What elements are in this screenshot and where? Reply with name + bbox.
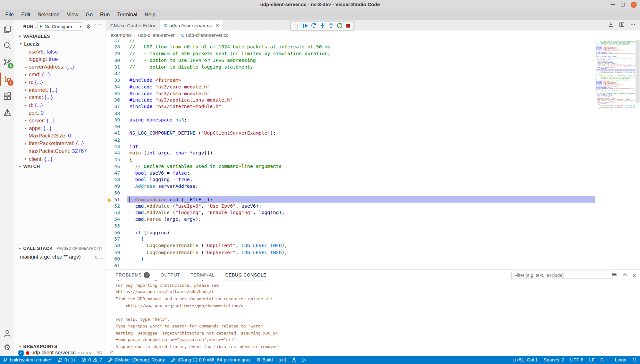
code-line[interactable]: 61 bbox=[106, 262, 640, 269]
status-notifications[interactable] bbox=[629, 356, 640, 364]
breakpoint-item[interactable]: ✓ udp-client-server.cc exampl… 51 bbox=[14, 349, 106, 356]
editor-scrollbar[interactable] bbox=[635, 39, 640, 183]
status-cmake-status[interactable]: CMake: [Debug]: Ready bbox=[105, 356, 168, 364]
output-lines-icon[interactable] bbox=[611, 272, 617, 279]
code-line[interactable]: 40 bbox=[106, 123, 640, 130]
breadcrumb-item[interactable]: udp-client-server bbox=[138, 32, 175, 38]
breakpoints-section-header[interactable]: ▾ BREAKPOINTS bbox=[14, 343, 106, 350]
filter-input[interactable] bbox=[511, 272, 613, 279]
code-line[interactable]: 46 // Declare variables used in command-… bbox=[106, 163, 640, 170]
status-os[interactable]: Linux bbox=[612, 356, 629, 364]
code-line[interactable]: 48 bool logging = true; bbox=[106, 176, 640, 183]
code-line[interactable]: 32 bbox=[106, 70, 640, 77]
panel-tab-output[interactable]: OUTPUT bbox=[161, 269, 180, 280]
console-prompt[interactable]: > bbox=[110, 349, 113, 355]
close-panel-icon[interactable]: × bbox=[633, 272, 636, 278]
code-line[interactable]: 53 cmd.AddValue ("logging", "Enable logg… bbox=[106, 209, 640, 216]
code-line[interactable]: 43int bbox=[106, 143, 640, 150]
extensions-icon[interactable] bbox=[0, 90, 14, 103]
menu-item-help[interactable]: Help bbox=[141, 9, 159, 21]
close-icon[interactable]: × bbox=[631, 1, 637, 7]
menu-item-terminal[interactable]: Terminal bbox=[114, 9, 141, 21]
console-filter[interactable] bbox=[511, 271, 613, 279]
code-line[interactable]: 50 bbox=[106, 189, 640, 196]
code-line[interactable]: 36#include "ns3/applications-module.h" bbox=[106, 97, 640, 104]
more-actions-icon[interactable] bbox=[630, 21, 636, 29]
panel-tab-debug-console[interactable]: DEBUG CONSOLE bbox=[225, 269, 266, 280]
code-line[interactable]: 58 LogComponentEnable ("UdpClient", LOG_… bbox=[106, 243, 640, 250]
status-ctest[interactable] bbox=[289, 356, 299, 364]
code-line[interactable]: 35#include "ns3/csma-module.h" bbox=[106, 90, 640, 97]
source-control-icon[interactable]: 6 bbox=[0, 55, 14, 69]
code-line[interactable]: 39using namespace ns3; bbox=[106, 117, 640, 124]
status-problems[interactable]: 07 bbox=[79, 356, 105, 364]
code-line[interactable]: 60 } bbox=[106, 256, 640, 263]
minimap[interactable]: //// - UDP flow from n0 to n1 of 1024 by… bbox=[596, 39, 635, 129]
status-sync[interactable]: 0↓ 1↑ bbox=[55, 356, 78, 364]
code-line[interactable]: 30// - option to use IPv4 or IPv6 addres… bbox=[106, 57, 640, 64]
settings-gear-icon[interactable]: ⚙ bbox=[0, 341, 14, 354]
variable-row[interactable]: ▸cmd: {...} bbox=[14, 70, 106, 78]
variable-row[interactable]: ▸server: {...} bbox=[14, 117, 106, 124]
code-line[interactable]: 41NS_LOG_COMPONENT_DEFINE ("UdpClientSer… bbox=[106, 130, 640, 137]
variable-row[interactable]: ▸interPacketInterval: {...} bbox=[14, 140, 106, 147]
variable-row[interactable]: logging: true bbox=[14, 55, 106, 63]
start-debug-icon[interactable] bbox=[39, 23, 43, 30]
variables-section-header[interactable]: ▾ VARIABLES bbox=[14, 33, 106, 40]
variable-row[interactable]: maxPacketCount: 32767 bbox=[14, 147, 106, 155]
code-line[interactable]: 57 { bbox=[106, 236, 640, 243]
code-line[interactable]: 45{ bbox=[106, 156, 640, 163]
tab-cmake-cache-editor[interactable]: CMake Cache Editor bbox=[106, 21, 160, 31]
restart-icon[interactable] bbox=[335, 21, 344, 29]
code-line[interactable]: 59 LogComponentEnable ("UdpServer", LOG_… bbox=[106, 249, 640, 256]
status-kit[interactable]: [Clang 12.0.0 x86_64-pc-linux-gnu] bbox=[168, 356, 253, 364]
status-branch[interactable]: buildsystem-cmake* bbox=[0, 356, 55, 364]
variable-row[interactable]: ▸d: {...} bbox=[14, 101, 106, 109]
variable-row[interactable]: MaxPacketSize: 0 bbox=[14, 132, 106, 140]
cmake-icon[interactable] bbox=[0, 106, 14, 119]
stop-icon[interactable] bbox=[344, 21, 352, 29]
account-icon[interactable] bbox=[0, 327, 14, 340]
scrollbar-thumb[interactable] bbox=[636, 39, 640, 103]
panel-tab-problems[interactable]: PROBLEMS7 bbox=[115, 269, 150, 280]
variable-row[interactable]: ▸n: {...} bbox=[14, 78, 106, 86]
status-launch[interactable]: ▷ bbox=[300, 356, 309, 364]
chevron-up-icon[interactable] bbox=[622, 272, 628, 279]
gear-icon[interactable]: ⚙ bbox=[86, 23, 91, 30]
step-out-icon[interactable] bbox=[326, 21, 335, 29]
variable-row[interactable]: ▸apps: {...} bbox=[14, 124, 106, 132]
code-line[interactable]: 31// - option to disable logging stateme… bbox=[106, 64, 640, 71]
search-icon[interactable] bbox=[0, 39, 14, 52]
code-line[interactable]: 55 bbox=[106, 223, 640, 230]
status-build-target[interactable]: [all] bbox=[276, 356, 289, 364]
explorer-icon[interactable] bbox=[0, 23, 14, 36]
breadcrumb-item[interactable]: udp-client-server.cc bbox=[186, 32, 228, 38]
menu-item-go[interactable]: Go bbox=[82, 9, 97, 21]
code-line[interactable]: 29// - maximum of 320 packets sent (or l… bbox=[106, 50, 640, 57]
code-line[interactable]: 44main (int argc, char *argv[]) bbox=[106, 150, 640, 157]
code-line[interactable]: 52 cmd.AddValue ("useIpv6", "Use Ipv6", … bbox=[106, 203, 640, 210]
variable-row[interactable]: ▸client: {...} bbox=[14, 155, 106, 163]
code-line[interactable]: 47 bool useV6 = false; bbox=[106, 170, 640, 177]
maximize-icon[interactable] bbox=[621, 3, 624, 6]
watch-section-header[interactable]: ▾ WATCH bbox=[14, 163, 106, 170]
code-line[interactable]: 49 Address serverAddress; bbox=[106, 183, 640, 190]
menu-item-file[interactable]: File bbox=[2, 9, 18, 21]
variable-row[interactable]: ▸csma: {...} bbox=[14, 94, 106, 101]
code-line[interactable]: 37#include "ns3/internet-module.h" bbox=[106, 103, 640, 111]
status-build[interactable]: ⚙Build bbox=[253, 356, 275, 364]
debug-config-dropdown[interactable]: No Configura ▾ bbox=[37, 22, 83, 30]
variable-row[interactable]: useV6: false bbox=[14, 48, 106, 55]
more-actions-icon[interactable]: ··· bbox=[95, 21, 102, 28]
code-line[interactable]: 38 bbox=[106, 110, 640, 117]
run-debug-icon[interactable]: 1 bbox=[0, 73, 14, 86]
menu-item-run[interactable]: Run bbox=[97, 9, 114, 21]
code-line[interactable]: 28// - UDP flow from n0 to n1 of 1024 by… bbox=[106, 44, 640, 51]
code-line[interactable]: 33#include <fstream> bbox=[106, 77, 640, 84]
status-eol[interactable]: LF bbox=[586, 356, 597, 364]
continue-icon[interactable] bbox=[301, 21, 309, 29]
code-line[interactable]: 54 cmd.Parse (argc, argv); bbox=[106, 216, 640, 223]
download-icon[interactable] bbox=[608, 21, 614, 29]
code-line[interactable]: 42 bbox=[106, 136, 640, 144]
status-encoding[interactable]: UTF-8 bbox=[567, 356, 586, 364]
